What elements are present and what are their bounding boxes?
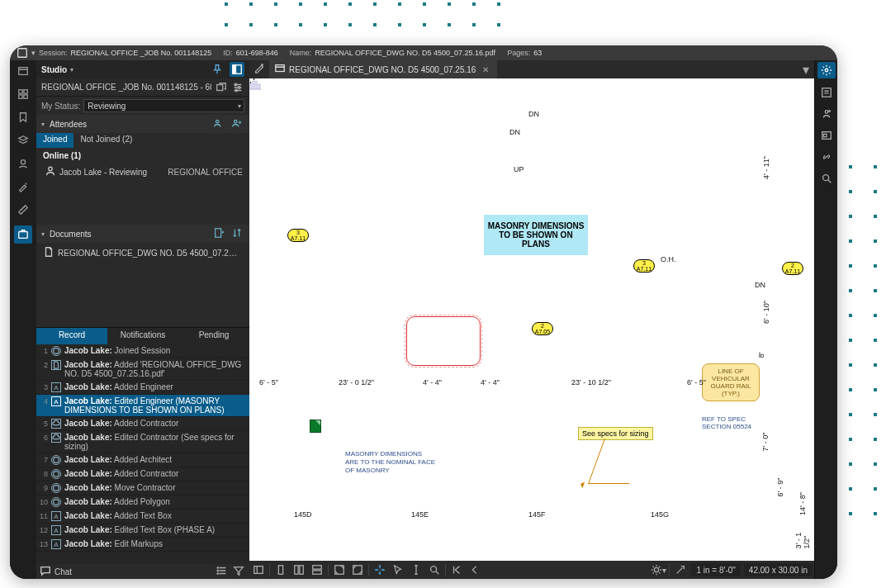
record-body: Jacob Lake: Added Architect	[64, 455, 246, 464]
search-icon[interactable]	[819, 171, 834, 186]
filter-icon[interactable]	[233, 565, 246, 578]
svg-rect-69	[313, 566, 322, 569]
add-document-icon[interactable]	[213, 227, 226, 240]
studio-icon[interactable]	[14, 225, 32, 244]
attendee-row[interactable]: Jacob Lake - Reviewing REGIONAL OFFICE	[36, 164, 249, 183]
record-item[interactable]: 10Jacob Lake: Added Polygon	[36, 496, 249, 510]
record-index: 4	[40, 396, 48, 405]
status-select[interactable]: Reviewing ▾	[83, 99, 244, 112]
record-item[interactable]: 7Jacob Lake: Added Architect	[36, 453, 249, 467]
menu-chevron-icon[interactable]: ▾	[31, 49, 36, 57]
document-item[interactable]: REGIONAL OFFICE_DWG NO. D5 4500_07.2…	[41, 244, 244, 261]
calibrate-icon[interactable]	[671, 561, 689, 579]
prev-page-icon[interactable]	[466, 561, 484, 579]
gear-icon[interactable]	[817, 62, 836, 78]
tag-a711-2: 3A7.11	[633, 259, 655, 273]
svg-point-20	[54, 472, 59, 477]
tab-pending[interactable]: Pending	[178, 328, 249, 344]
signatures-icon[interactable]	[16, 156, 31, 171]
first-page-icon[interactable]	[448, 561, 466, 579]
record-tabs: Record Notifications Pending	[36, 328, 249, 344]
revision-cloud[interactable]	[406, 316, 481, 366]
svg-point-18	[54, 349, 59, 354]
dim-2: 23' - 0 1/2"	[339, 378, 374, 386]
properties-icon[interactable]	[819, 85, 834, 100]
form-icon[interactable]	[819, 128, 834, 143]
file-access-icon[interactable]	[16, 64, 31, 78]
documents-list: REGIONAL OFFICE_DWG NO. D5 4500_07.2…	[36, 243, 249, 263]
studio-dropdown-icon[interactable]: ▾	[70, 66, 73, 74]
brightness-icon[interactable]: ▾	[649, 561, 667, 579]
record-item[interactable]: 13AJacob Lake: Edit Markups	[36, 538, 249, 552]
tab-notifications[interactable]: Notifications	[107, 328, 178, 344]
select-icon[interactable]	[389, 561, 407, 579]
dim-5: 23' - 10 1/2"	[571, 378, 611, 386]
tools-icon[interactable]	[16, 179, 31, 194]
attendees-section-header[interactable]: ▾ Attendees	[36, 115, 249, 133]
record-item[interactable]: 4AJacob Lake: Edited Engineer (MASONRY D…	[36, 395, 249, 417]
record-type-icon	[51, 469, 61, 479]
record-item[interactable]: 2Jacob Lake: Added 'REGIONAL OFFICE_DWG …	[36, 358, 249, 381]
id-value: 601-698-846	[236, 49, 278, 57]
svg-point-26	[262, 64, 263, 66]
svg-point-24	[217, 570, 218, 571]
record-type-icon	[51, 346, 61, 356]
pin-icon[interactable]	[210, 62, 225, 77]
markup-tool-icon[interactable]	[249, 62, 269, 77]
chat-icon	[40, 565, 51, 578]
detach-icon[interactable]	[215, 81, 228, 94]
follow-icon[interactable]	[213, 117, 226, 130]
pan-icon[interactable]	[371, 561, 389, 579]
record-item[interactable]: 8Jacob Lake: Added Contractor	[36, 467, 249, 481]
scale-readout[interactable]: 1 in = 8'-0"	[691, 563, 740, 576]
thumbnails-icon[interactable]	[16, 87, 31, 102]
panel-mode-icon[interactable]	[230, 62, 244, 77]
sticky-note[interactable]	[310, 420, 321, 433]
text-cursor-icon[interactable]	[407, 561, 425, 579]
record-body: Jacob Lake: Edited Text Box (PHASE A)	[64, 525, 246, 534]
tab-notjoined[interactable]: Not Joined (2)	[73, 133, 139, 148]
window-menu-icon[interactable]	[17, 47, 28, 59]
document-tab[interactable]: REGIONAL OFFICE_DWG NO. D5 4500_07.25.16…	[269, 60, 497, 78]
svg-point-77	[825, 111, 828, 114]
record-body: Jacob Lake: Edited Contractor (See specs…	[64, 433, 246, 451]
chat-row[interactable]: Chat	[36, 564, 249, 579]
record-type-icon: A	[51, 511, 61, 521]
record-item[interactable]: 3AJacob Lake: Added Engineer	[36, 381, 249, 395]
record-item[interactable]: 11AJacob Lake: Added Text Box	[36, 510, 249, 524]
grid-145g: 145G	[651, 510, 669, 519]
id-label: ID:	[223, 49, 233, 57]
zoom-icon[interactable]	[425, 561, 443, 579]
unsplit2-icon[interactable]	[348, 561, 367, 579]
unsplit1-icon[interactable]	[330, 561, 348, 579]
record-item[interactable]: 9Jacob Lake: Move Contractor	[36, 481, 249, 496]
record-item[interactable]: 12AJacob Lake: Edited Text Box (PHASE A)	[36, 524, 249, 538]
measurements-icon[interactable]	[16, 202, 31, 217]
bookmarks-icon[interactable]	[16, 110, 31, 125]
split-vert-icon[interactable]	[290, 561, 308, 579]
online-heading: Online (1)	[36, 148, 249, 164]
close-tab-icon[interactable]: ✕	[479, 65, 492, 74]
split-horiz-icon[interactable]	[308, 561, 326, 579]
show-panel-icon[interactable]	[249, 561, 268, 579]
tabs-overflow-icon[interactable]: ▾	[798, 62, 814, 78]
settings-bars-icon[interactable]	[231, 81, 244, 94]
document-viewport[interactable]: MASONRY DIMENSIONS TO BE SHOWN ON PLANS …	[249, 78, 814, 561]
record-item[interactable]: 5Jacob Lake: Added Contractor	[36, 417, 249, 431]
record-item[interactable]: 6Jacob Lake: Edited Contractor (See spec…	[36, 431, 249, 453]
tab-joined[interactable]: Joined	[36, 133, 73, 148]
list-icon[interactable]	[216, 565, 230, 578]
attendees-tabs: Joined Not Joined (2)	[36, 133, 249, 148]
up-label: UP	[514, 165, 524, 173]
sort-icon[interactable]	[231, 227, 244, 240]
invite-icon[interactable]	[231, 117, 244, 130]
job-name: REGIONAL OFFICE _JOB No. 001148125 - 601…	[41, 83, 211, 92]
links-icon[interactable]	[819, 149, 834, 164]
tab-record[interactable]: Record	[36, 328, 107, 344]
layers-icon[interactable]	[16, 133, 31, 148]
documents-section-header[interactable]: ▾ Documents	[36, 225, 249, 243]
svg-rect-80	[823, 134, 827, 137]
markup-list-icon[interactable]	[819, 107, 834, 121]
single-page-icon[interactable]	[272, 561, 290, 579]
record-item[interactable]: 1Jacob Lake: Joined Session	[36, 344, 249, 358]
